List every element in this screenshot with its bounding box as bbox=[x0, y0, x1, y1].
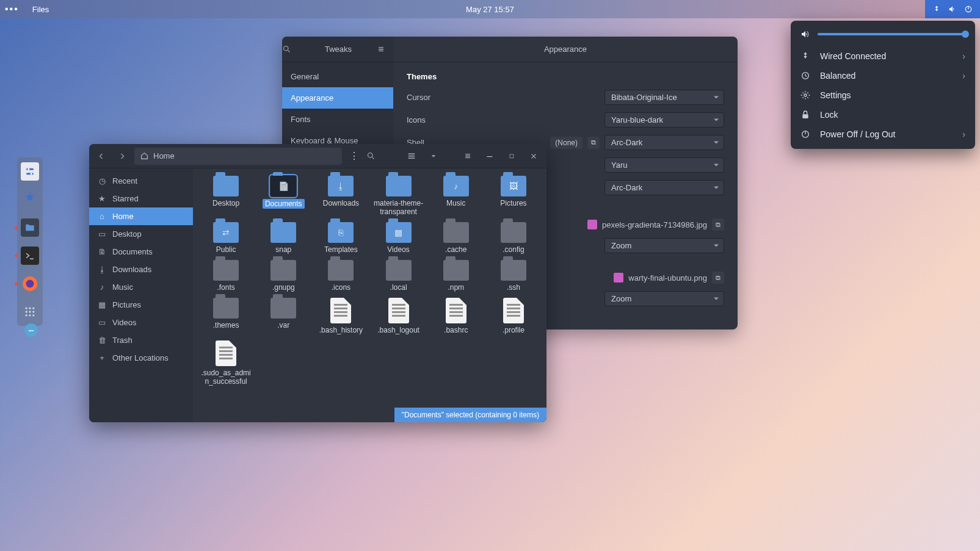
item-label: .var bbox=[277, 321, 289, 330]
files-sidebar-item[interactable]: 🗑Trash bbox=[89, 331, 193, 349]
quick-settings-row[interactable]: Wired Connected› bbox=[791, 46, 975, 66]
files-sidebar-item[interactable]: ▭Videos bbox=[89, 314, 193, 331]
folder-item[interactable]: .fonts bbox=[199, 259, 253, 293]
folder-item[interactable]: ♪Music bbox=[429, 175, 483, 217]
svg-rect-21 bbox=[510, 154, 514, 158]
volume-slider[interactable] bbox=[818, 33, 965, 35]
icons-select[interactable]: Yaru-blue-dark bbox=[604, 112, 724, 128]
activities-button[interactable]: ••• bbox=[5, 4, 19, 15]
dock-terminal[interactable] bbox=[21, 247, 39, 265]
quick-settings-row[interactable]: Lock bbox=[791, 105, 975, 124]
folder-item[interactable]: ⇄Public bbox=[199, 221, 253, 255]
quick-settings-row[interactable]: Power Off / Log Out› bbox=[791, 124, 975, 144]
shell-select[interactable]: Arc-Dark bbox=[604, 135, 724, 150]
image2-adjust-select[interactable]: Zoom bbox=[604, 291, 724, 306]
image1-browse-button[interactable]: ⧉ bbox=[712, 218, 724, 231]
files-sidebar-item[interactable]: ♪Music bbox=[89, 278, 193, 296]
folder-item[interactable]: ⭳Downloads bbox=[314, 175, 368, 217]
folder-item[interactable]: snap bbox=[256, 221, 310, 255]
svg-rect-24 bbox=[802, 114, 808, 118]
folder-item[interactable]: .var bbox=[256, 297, 310, 336]
folder-item[interactable]: 📄Documents bbox=[256, 175, 310, 217]
folder-item[interactable]: .ssh bbox=[487, 259, 540, 293]
folder-icon bbox=[501, 222, 526, 243]
folder-icon bbox=[270, 222, 296, 243]
folder-item[interactable]: 🖼Pictures bbox=[487, 175, 540, 217]
tweaks-sidebar-item[interactable]: Fonts bbox=[282, 109, 393, 130]
view-dropdown-button[interactable] bbox=[424, 148, 443, 165]
sidebar-item-label: Documents bbox=[112, 247, 153, 256]
sidebar-item-label: Home bbox=[112, 212, 134, 221]
dock-firefox[interactable] bbox=[21, 275, 39, 293]
dock-app-grid[interactable] bbox=[21, 303, 39, 321]
dock-files[interactable] bbox=[21, 218, 39, 237]
legacy-select[interactable]: Yaru bbox=[604, 157, 724, 173]
nav-back-button[interactable] bbox=[93, 148, 110, 165]
files-sidebar-item[interactable]: ▭Desktop bbox=[89, 225, 193, 243]
files-sidebar-item[interactable]: ⭳Downloads bbox=[89, 261, 193, 278]
settings-icon bbox=[800, 90, 811, 100]
folder-item[interactable]: .local bbox=[371, 259, 425, 293]
tweaks-sidebar-item[interactable]: General bbox=[282, 66, 393, 87]
system-tray[interactable] bbox=[925, 0, 980, 18]
files-sidebar-item[interactable]: +Other Locations bbox=[89, 349, 193, 367]
item-label: .profile bbox=[503, 326, 524, 334]
image1-adjust-select[interactable]: Zoom bbox=[604, 238, 724, 253]
files-sidebar-item[interactable]: ◷Recent bbox=[89, 172, 193, 190]
item-label: .sudo_as_admin_successful bbox=[200, 369, 252, 386]
quick-settings-row[interactable]: Settings bbox=[791, 85, 975, 105]
cursor-select[interactable]: Bibata-Original-Ice bbox=[604, 90, 724, 105]
dock-settings[interactable] bbox=[21, 162, 39, 181]
files-sidebar-item[interactable]: ★Starred bbox=[89, 190, 193, 207]
minimize-button[interactable]: – bbox=[481, 148, 499, 165]
quick-settings-row[interactable]: Balanced› bbox=[791, 66, 975, 85]
file-item[interactable]: .bash_history bbox=[314, 297, 368, 336]
folder-item[interactable]: .npm bbox=[429, 259, 483, 293]
path-bar[interactable]: Home bbox=[134, 148, 342, 165]
folder-item[interactable]: Desktop bbox=[199, 175, 253, 217]
close-button[interactable] bbox=[524, 148, 543, 165]
file-item[interactable]: .bash_logout bbox=[371, 297, 425, 336]
maximize-button[interactable] bbox=[503, 148, 521, 165]
svg-point-9 bbox=[32, 308, 34, 309]
svg-point-7 bbox=[26, 308, 27, 309]
svg-point-17 bbox=[368, 153, 373, 158]
tweaks-sidebar-item[interactable]: Appearance bbox=[282, 87, 393, 109]
view-list-button[interactable] bbox=[402, 148, 421, 165]
image2-browse-button[interactable]: ⧉ bbox=[712, 272, 724, 284]
file-item[interactable]: .sudo_as_admin_successful bbox=[199, 339, 253, 387]
file-icon bbox=[330, 298, 351, 323]
plus-icon: + bbox=[98, 353, 106, 362]
files-search-button[interactable] bbox=[366, 151, 387, 160]
app-name[interactable]: Files bbox=[32, 5, 49, 14]
dock-tweaks[interactable] bbox=[21, 190, 39, 209]
tweaks-menu-button[interactable]: ≡ bbox=[369, 44, 393, 55]
path-menu-button[interactable]: ⋮ bbox=[346, 150, 363, 162]
folder-item[interactable]: .icons bbox=[314, 259, 368, 293]
folder-icon: ⭳ bbox=[328, 176, 354, 196]
hamburger-button[interactable]: ≡ bbox=[459, 148, 477, 165]
files-sidebar-item[interactable]: ▦Pictures bbox=[89, 296, 193, 314]
folder-item[interactable]: materia-theme-transparent bbox=[371, 175, 425, 217]
folder-item[interactable]: .cache bbox=[429, 221, 483, 255]
folder-item[interactable]: ⎘Templates bbox=[314, 221, 368, 255]
tweaks-search-button[interactable] bbox=[282, 45, 308, 54]
shell-copy-button[interactable]: ⧉ bbox=[587, 137, 600, 149]
clock[interactable]: May 27 15:57 bbox=[466, 5, 514, 14]
cursor-label: Cursor bbox=[407, 93, 430, 102]
folder-item[interactable]: ▦Videos bbox=[371, 221, 425, 255]
folder-icon bbox=[213, 176, 239, 196]
folder-item[interactable]: .config bbox=[487, 221, 540, 255]
folder-item[interactable]: .themes bbox=[199, 297, 253, 336]
file-item[interactable]: .profile bbox=[487, 297, 540, 336]
files-sidebar-item[interactable]: ⌂Home bbox=[89, 207, 193, 225]
nav-forward-button[interactable] bbox=[114, 148, 131, 165]
folder-item[interactable]: .gnupg bbox=[256, 259, 310, 293]
file-item[interactable]: .bashrc bbox=[429, 297, 483, 336]
folder-icon: ⇄ bbox=[213, 222, 239, 243]
file-icon bbox=[388, 298, 409, 323]
sidebar-item-label: Other Locations bbox=[112, 353, 169, 362]
files-sidebar-item[interactable]: 🗎Documents bbox=[89, 243, 193, 261]
dock-overflow-button[interactable]: ••• bbox=[24, 323, 38, 337]
gtk-select[interactable]: Arc-Dark bbox=[604, 180, 724, 195]
